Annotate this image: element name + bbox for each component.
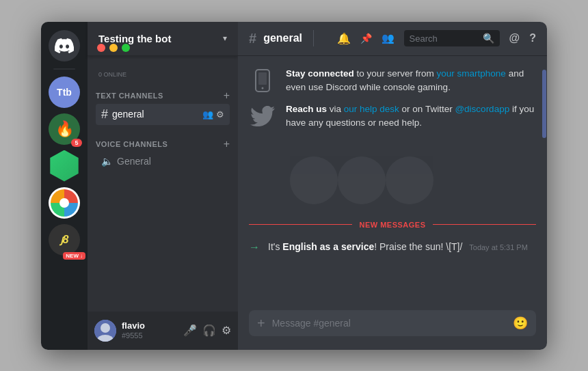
- channel-action-icons: 👥 ⚙: [202, 109, 224, 120]
- phone-icon: [249, 67, 276, 94]
- server-wheel[interactable]: [49, 187, 80, 219]
- ghost-circle-1: [290, 156, 338, 204]
- svg-rect-6: [258, 72, 267, 85]
- user-controls: 🎤 🎧 ⚙: [183, 324, 231, 337]
- add-text-channel-icon[interactable]: +: [224, 90, 230, 101]
- discordapp-link[interactable]: @discordapp: [455, 104, 509, 114]
- server-fire[interactable]: 🔥 5: [49, 113, 80, 145]
- server-gem[interactable]: [49, 150, 80, 182]
- server-ttb[interactable]: Ttb: [49, 77, 80, 108]
- members-icon[interactable]: 👥: [382, 32, 395, 44]
- help-icon[interactable]: ?: [529, 32, 536, 44]
- close-button[interactable]: [97, 44, 105, 52]
- username: flavio: [122, 320, 178, 331]
- gem-icon: [49, 150, 80, 182]
- message-1: → It's English as a service! Praise the …: [249, 240, 536, 254]
- divider-line-left: [249, 224, 352, 225]
- settings-icon[interactable]: ⚙: [216, 109, 224, 120]
- voice-channels-label: VOICE CHANNELS: [96, 140, 168, 148]
- emoji-icon[interactable]: 🙂: [513, 316, 528, 331]
- smartphone-link[interactable]: your smartphone: [437, 68, 506, 79]
- channel-sidebar: Testing the bot ▾ 0 ONLINE TEXT CHANNELS…: [88, 22, 238, 350]
- pin-icon[interactable]: 📌: [360, 33, 372, 44]
- ghost-circle-2: [338, 156, 386, 204]
- message-input[interactable]: [272, 318, 506, 329]
- headphones-icon[interactable]: 🎧: [202, 324, 216, 337]
- mic-icon[interactable]: 🎤: [183, 324, 197, 337]
- wheel-icon: [49, 187, 80, 219]
- chevron-down-icon: ▾: [223, 33, 227, 43]
- channel-list: 0 ONLINE TEXT CHANNELS + # general 👥 ⚙: [88, 56, 238, 312]
- volume-icon: 🔈: [101, 156, 113, 167]
- ghost-circle-3: [386, 156, 433, 204]
- js-icon: ȷ8: [49, 224, 80, 256]
- text-channels-section: TEXT CHANNELS + # general 👥 ⚙: [88, 79, 238, 128]
- discord-home-icon[interactable]: [49, 30, 80, 61]
- svg-point-1: [59, 198, 69, 208]
- twitter-icon: [249, 102, 276, 130]
- welcome-item-reach: Reach us via our help desk or on Twitter…: [249, 102, 536, 130]
- text-channels-label: TEXT CHANNELS: [96, 92, 163, 100]
- search-input[interactable]: [410, 33, 479, 44]
- user-area: flavio #9555 🎤 🎧 ⚙: [88, 312, 238, 350]
- new-messages-label: NEW MESSAGES: [359, 221, 425, 229]
- channel-general[interactable]: # general 👥 ⚙: [96, 104, 230, 125]
- message-content: It's English as a service! Praise the su…: [268, 240, 528, 254]
- helpdesk-link[interactable]: our help desk: [344, 104, 399, 114]
- channel-name: general: [112, 109, 202, 120]
- new-messages-divider: NEW MESSAGES: [249, 221, 536, 229]
- main-content: # general 🔔 📌 👥 🔍 @ ?: [238, 22, 547, 350]
- header-icons: 🔔 📌 👥 🔍 @ ?: [325, 30, 536, 46]
- message-timestamp: Today at 5:31 PM: [469, 243, 528, 251]
- voice-channels-section: VOICE CHANNELS + 🔈 General: [88, 128, 238, 173]
- new-badge: NEW ↓: [63, 252, 85, 260]
- ttb-icon: Ttb: [49, 77, 80, 108]
- add-voice-channel-icon[interactable]: +: [224, 139, 230, 150]
- channel-header-name: general: [263, 32, 302, 44]
- at-icon[interactable]: @: [509, 32, 520, 44]
- bell-icon[interactable]: 🔔: [337, 32, 351, 45]
- user-info: flavio #9555: [122, 320, 178, 340]
- voice-channel-general[interactable]: 🔈 General: [96, 152, 230, 170]
- chat-header: # general 🔔 📌 👥 🔍 @ ?: [238, 22, 547, 56]
- user-settings-icon[interactable]: ⚙: [222, 324, 231, 337]
- welcome-text-reach: Reach us via our help desk or on Twitter…: [286, 102, 536, 130]
- search-icon: 🔍: [483, 33, 494, 44]
- user-tag: #9555: [122, 331, 178, 340]
- divider-line-right: [433, 224, 536, 225]
- user-avatar: [94, 320, 116, 342]
- messages-container: Stay connected to your server from your …: [238, 56, 547, 310]
- maximize-button[interactable]: [122, 44, 130, 52]
- member-icon[interactable]: 👥: [202, 109, 213, 120]
- server-sidebar: Ttb 🔥 5: [41, 22, 88, 350]
- message-arrow-icon: →: [249, 241, 260, 253]
- welcome-text-connected: Stay connected to your server from your …: [286, 67, 536, 95]
- fire-badge: 5: [71, 139, 82, 147]
- message-input-box: + 🙂: [249, 310, 536, 336]
- text-channels-header[interactable]: TEXT CHANNELS +: [93, 90, 232, 101]
- scrollbar-thumb[interactable]: [542, 70, 546, 138]
- server-name: Testing the bot: [98, 33, 223, 44]
- online-count: 0 ONLINE: [98, 71, 126, 78]
- svg-point-7: [262, 87, 264, 89]
- message-input-area: + 🙂: [238, 310, 547, 350]
- server-divider: [53, 68, 75, 70]
- welcome-item-connected: Stay connected to your server from your …: [249, 67, 536, 95]
- channel-hash-icon: #: [101, 107, 108, 122]
- scrollbar-track[interactable]: [542, 56, 547, 310]
- ghost-avatars: [249, 150, 536, 204]
- attach-icon[interactable]: +: [257, 316, 265, 330]
- header-divider: [313, 30, 314, 46]
- app-window: Ttb 🔥 5: [41, 22, 547, 350]
- voice-channels-header[interactable]: VOICE CHANNELS +: [93, 139, 232, 150]
- minimize-button[interactable]: [109, 44, 118, 52]
- svg-point-3: [101, 323, 110, 333]
- header-hash-icon: #: [249, 31, 256, 46]
- voice-channel-name: General: [117, 156, 224, 167]
- search-bar[interactable]: 🔍: [404, 30, 500, 46]
- server-js[interactable]: ȷ8 NEW ↓: [49, 224, 80, 256]
- welcome-section: Stay connected to your server from your …: [249, 67, 536, 144]
